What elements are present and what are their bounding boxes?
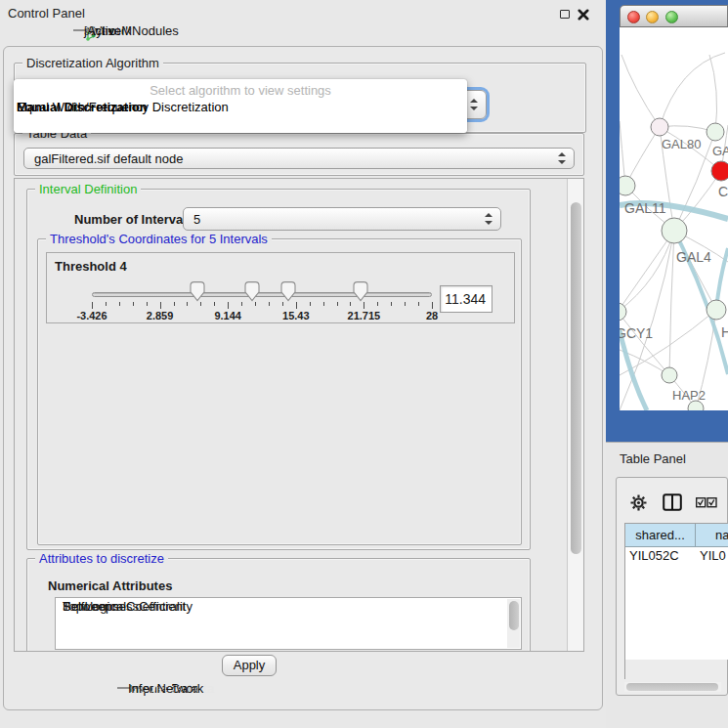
slider-tick [214, 302, 215, 306]
network-node-c[interactable] [711, 161, 728, 181]
slider-tick [282, 302, 283, 306]
cell-name: YIL0 [700, 547, 726, 564]
table-horizontal-scrollbar[interactable] [624, 682, 721, 692]
slider-tick [228, 302, 229, 309]
slider-tick [418, 302, 419, 306]
settings-scrollbar-thumb[interactable] [571, 202, 581, 554]
network-node-label: GAL11 [624, 200, 666, 216]
float-window-icon[interactable] [560, 10, 570, 19]
network-node-gal4[interactable] [662, 218, 687, 243]
slider-tick [364, 302, 364, 309]
slider-tick [174, 302, 175, 306]
close-window-icon[interactable] [627, 11, 640, 23]
slider-tick [106, 302, 107, 306]
control-panel: Control Panel NetworkStyleSelectCyni Too… [0, 0, 606, 728]
settings-scrollbar[interactable] [567, 179, 584, 651]
apply-button[interactable]: Apply [222, 655, 277, 676]
network-node-gal80[interactable] [651, 118, 668, 136]
tab-label: jActiveMNodules [84, 23, 179, 38]
number-of-intervals-value: 5 [193, 212, 200, 227]
list-scrollbar[interactable] [507, 599, 520, 648]
network-graph[interactable]: GAL80GACGAL11GAL4GCY1HHAP2 [620, 27, 728, 410]
network-node-hap2[interactable] [662, 367, 677, 383]
network-edge [621, 55, 660, 127]
network-node-ga[interactable] [707, 123, 724, 141]
slider-tick [119, 302, 120, 306]
column-header-name[interactable]: na [696, 524, 728, 547]
zoom-window-icon[interactable] [665, 11, 678, 23]
tab-jactivemnodules[interactable]: jActiveMNodules [73, 29, 96, 31]
slider-tick [255, 302, 256, 306]
network-view-window: GAL80GACGAL11GAL4GCY1HHAP2 [606, 0, 728, 442]
thresholds-group-title: Threshold's Coordinates for 5 Intervals [46, 232, 272, 246]
network-node-label: GA [712, 144, 728, 158]
slider-tick-label: 9.144 [214, 310, 241, 321]
network-node-gal11[interactable] [620, 176, 635, 195]
slider-tick [350, 302, 351, 306]
slider-thumb[interactable] [279, 280, 297, 302]
network-edge [620, 231, 674, 410]
slider-tick-label: 21.715 [348, 310, 381, 321]
interval-definition-group: Interval Definition Number of Intervals … [26, 189, 531, 550]
network-node-h[interactable] [707, 300, 726, 320]
slider-tick [296, 302, 297, 309]
combo-stepper-icon [470, 99, 478, 110]
slider-thumb[interactable] [243, 280, 261, 302]
slider-tick [241, 302, 242, 306]
slider-tick [432, 302, 433, 309]
combo-stepper-icon [485, 213, 492, 225]
thresholds-group: Threshold's Coordinates for 5 Intervals … [37, 238, 522, 545]
network-node-label: GCY1 [620, 325, 653, 341]
minimize-window-icon[interactable] [646, 11, 659, 23]
slider-thumb[interactable] [352, 280, 369, 302]
network-node-label: C [718, 184, 728, 199]
table-scrollbar-thumb[interactable] [626, 683, 718, 691]
network-node-label: H [721, 324, 728, 340]
tab-label: Infer Network [128, 681, 203, 696]
slider-tick [147, 302, 148, 306]
close-panel-icon[interactable] [578, 9, 589, 21]
network-node-label: GAL4 [676, 249, 711, 265]
attribute-list-item[interactable]: BetweennessCentrality [56, 598, 193, 615]
slider-track [92, 292, 432, 297]
network-node-label: GAL80 [662, 137, 701, 151]
network-canvas[interactable]: GAL80GACGAL11GAL4GCY1HHAP2 [620, 27, 728, 410]
network-edge-highlighted [620, 330, 647, 410]
slider-tick [391, 302, 392, 306]
table-data-selected-value: galFiltered.sif default node [34, 151, 183, 166]
number-of-intervals-combobox[interactable]: 5 [183, 207, 501, 231]
slider-tick-label: 2.859 [147, 310, 174, 321]
panel-title: Control Panel [8, 6, 85, 21]
numerical-attributes-label: Numerical Attributes [48, 578, 172, 593]
cell-shared-name: YIL052C [629, 547, 679, 564]
numerical-attributes-list[interactable]: SelfLoopsTopologicalCoefficientBetweenne… [55, 597, 522, 650]
discretization-algorithm-group-title: Discretization Algorithm [22, 56, 163, 70]
dropdown-option[interactable]: Equal Width/Frequency Discretization [14, 100, 229, 115]
network-edge [620, 310, 716, 375]
interval-definition-title: Interval Definition [35, 182, 141, 196]
combo-stepper-icon [558, 152, 566, 164]
network-window-titlebar[interactable] [620, 5, 728, 27]
slider-tick-label: 15.43 [282, 310, 310, 321]
table-panel: Table Panel shared... na YDL19...YDL1YDR… [606, 442, 728, 728]
attributes-group-title: Attributes to discretize [35, 551, 168, 566]
table-row[interactable]: YIL052CYIL0 [625, 547, 728, 564]
table-data-combobox[interactable]: galFiltered.sif default node [23, 148, 575, 169]
threshold-value-field[interactable]: 11.344 [440, 285, 492, 313]
settings-scroll-pane: Interval Definition Number of Intervals … [14, 178, 584, 652]
node-table[interactable]: shared... na YDL19...YDL1YDR27...YDR2YBR… [624, 523, 728, 679]
slider-thumb[interactable] [189, 280, 206, 302]
threshold-label: Threshold 4 [55, 259, 127, 274]
attributes-group: Attributes to discretize Numerical Attri… [26, 558, 531, 652]
tab-infer-network[interactable]: Infer Network [117, 687, 140, 689]
dropdown-placeholder-option: Select algorithm to view settings [14, 83, 467, 98]
table-rows: YDL19...YDL1YDR27...YDR2YBR043CYBR0YPR14… [625, 547, 728, 660]
network-edge [660, 53, 725, 127]
slider-tick-label: 28 [426, 310, 438, 321]
column-header-shared-name[interactable]: shared... [625, 524, 696, 547]
network-edge [709, 55, 717, 132]
slider-tick [310, 302, 311, 306]
table-panel-box: shared... na YDL19...YDL1YDR27...YDR2YBR… [616, 477, 728, 696]
slider-tick [405, 302, 406, 306]
list-scrollbar-thumb[interactable] [509, 601, 519, 630]
